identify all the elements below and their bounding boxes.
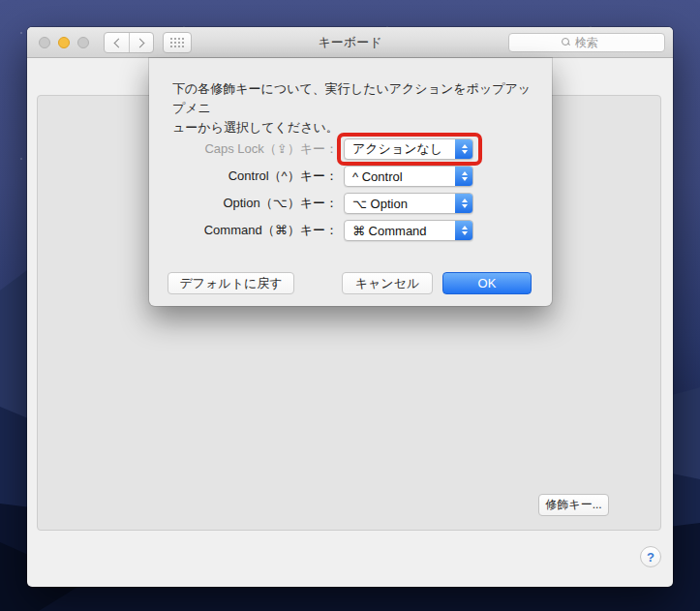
stepper-icon [455, 138, 473, 160]
nav-segmented-control [104, 32, 154, 53]
caps-lock-row: Caps Lock（⇪）キー： アクションなし [149, 138, 552, 160]
control-label: Control（^）キー： [149, 168, 338, 185]
modifier-rows: Caps Lock（⇪）キー： アクションなし Control（^）キー： ^ … [149, 138, 552, 247]
modifier-keys-button[interactable]: 修飾キー... [538, 494, 609, 516]
control-popup[interactable]: ^ Control [344, 166, 473, 187]
option-popup-value: ⌥ Option [345, 197, 455, 211]
back-chevron-icon [113, 38, 123, 47]
caps-lock-popup[interactable]: アクションなし [344, 138, 473, 160]
sheet-footer: デフォルトに戻す キャンセル OK [149, 272, 552, 294]
caps-lock-label: Caps Lock（⇪）キー： [149, 140, 338, 158]
show-all-button[interactable] [163, 32, 192, 53]
stepper-icon [455, 166, 473, 187]
command-row: Command（⌘）キー： ⌘ Command [149, 220, 552, 241]
grid-icon [170, 38, 184, 47]
instruction-line-2: ューから選択してください。 [172, 118, 533, 137]
sheet-instruction: 下の各修飾キーについて、実行したいアクションをポップアップメニ ューから選択して… [172, 79, 533, 137]
ok-button[interactable]: OK [442, 272, 532, 294]
control-row: Control（^）キー： ^ Control [149, 166, 552, 187]
forward-chevron-icon [136, 38, 145, 47]
cancel-button[interactable]: キャンセル [342, 272, 433, 294]
stepper-icon [455, 193, 473, 214]
command-popup[interactable]: ⌘ Command [344, 220, 473, 241]
caps-lock-popup-value: アクションなし [345, 140, 455, 158]
option-row: Option（⌥）キー： ⌥ Option [149, 193, 552, 214]
help-button[interactable]: ? [640, 546, 661, 567]
command-popup-value: ⌘ Command [345, 224, 455, 238]
control-popup-value: ^ Control [345, 169, 455, 184]
option-popup[interactable]: ⌥ Option [344, 193, 473, 214]
pane-content: 修飾キー... ? 下の各修飾キーについて、実行したいアクションをポップアップメ… [27, 58, 673, 586]
forward-button[interactable] [129, 33, 153, 52]
restore-defaults-button[interactable]: デフォルトに戻す [167, 272, 294, 294]
search-input[interactable] [508, 33, 665, 52]
back-button[interactable] [105, 33, 129, 52]
search-container [508, 33, 665, 52]
option-label: Option（⌥）キー： [149, 195, 338, 212]
modifier-keys-sheet: 下の各修飾キーについて、実行したいアクションをポップアップメニ ューから選択して… [149, 58, 552, 306]
stepper-icon [455, 220, 473, 241]
command-label: Command（⌘）キー： [149, 222, 338, 239]
preferences-window: キーボード 修飾キー... ? 下の各修飾キーについて、実行したいアクションをポ… [27, 27, 673, 587]
instruction-line-1: 下の各修飾キーについて、実行したいアクションをポップアップメニ [172, 79, 533, 118]
titlebar: キーボード [27, 27, 673, 58]
